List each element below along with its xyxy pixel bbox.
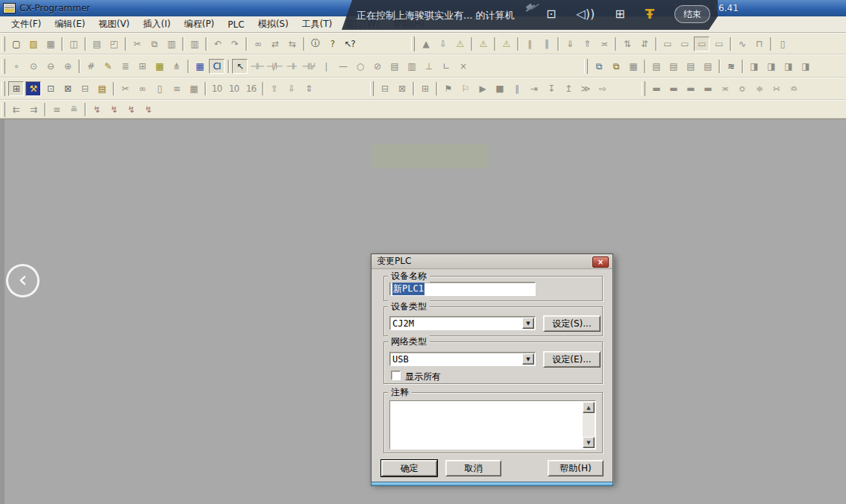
comment-scrollbar[interactable]: ▲ ▼ xyxy=(583,402,595,448)
scroll-up-icon[interactable]: ▲ xyxy=(583,402,595,413)
show-all-checkbox[interactable] xyxy=(391,371,401,380)
symbol-tree-button[interactable]: ⋔ xyxy=(169,59,184,74)
page-z-button[interactable]: ▤ xyxy=(648,59,664,74)
sheet-list-button[interactable]: ⧉ xyxy=(608,59,624,74)
step-run-button[interactable]: ⇥ xyxy=(526,81,542,96)
dialog-view-button[interactable]: ≡ xyxy=(169,81,184,96)
upload-from-plc-button[interactable]: ⇑ xyxy=(579,37,595,51)
new-coil-button[interactable]: ○ xyxy=(352,59,368,74)
new-closed-instruction-button[interactable]: ▥ xyxy=(404,59,419,74)
device-type-settings-button[interactable]: 设定(S)... xyxy=(543,315,601,332)
redo-button[interactable]: ↷ xyxy=(227,37,242,51)
toolbar-drag-handle[interactable] xyxy=(1,81,5,96)
toggle-project-workspace-button[interactable]: ⊞ xyxy=(8,81,24,96)
address-decrement-button[interactable]: ⇇ xyxy=(8,102,24,117)
program-mode-button[interactable]: ▭ xyxy=(659,37,675,51)
pause-monitor-button[interactable]: ∥ xyxy=(521,37,537,51)
network-type-settings-button[interactable]: 设定(E)... xyxy=(543,351,601,368)
new-function-block-button[interactable]: ⊥ xyxy=(421,59,436,74)
cross-reference-button[interactable]: ⊠ xyxy=(60,81,75,96)
select-mode-button[interactable]: ↖ xyxy=(232,59,248,74)
menu-program[interactable]: 编程(P) xyxy=(178,16,222,32)
clear-breakpoints-button[interactable]: ⚐ xyxy=(457,81,473,96)
print-preview-button[interactable]: ◰ xyxy=(106,37,122,51)
scan-run-button[interactable]: ⇨ xyxy=(595,81,610,96)
device-type-combo[interactable]: CJ2M ▼ xyxy=(389,316,536,330)
new-vertical-line-button[interactable]: ∣ xyxy=(318,59,333,74)
page-minus-button[interactable]: ▤ xyxy=(700,59,715,74)
toolbar-drag-handle[interactable] xyxy=(370,81,374,96)
monitor-mode-button[interactable]: ▭ xyxy=(694,37,709,51)
ok-button[interactable]: 确定 xyxy=(381,460,437,476)
force-set-view-button[interactable]: ⇧ xyxy=(266,81,282,96)
panel-view-4-button[interactable]: ◨ xyxy=(798,59,813,74)
delete-connector-button[interactable]: × xyxy=(455,59,471,74)
calendar-button[interactable]: ▦ xyxy=(625,59,641,74)
work-bit-5-button[interactable]: ≏ xyxy=(786,81,801,96)
rung-annotation-button[interactable]: ≣ xyxy=(117,59,133,74)
device-type-dropdown-icon[interactable]: ▼ xyxy=(522,318,534,329)
back-button[interactable]: ‹ xyxy=(6,264,40,297)
compare-with-plc-button[interactable]: ≍ xyxy=(596,37,612,51)
grid-toggle-button[interactable]: # xyxy=(83,59,98,74)
compile-button[interactable]: ◫ xyxy=(66,37,81,51)
device-name-input[interactable]: 新PLC1 xyxy=(389,282,536,296)
toolbar-drag-handle[interactable] xyxy=(411,37,415,51)
fullscreen-icon[interactable]: ⊡ xyxy=(546,8,556,20)
lock-button[interactable]: ▯ xyxy=(774,37,790,51)
key-icon[interactable]: Ŧ xyxy=(645,7,654,21)
network-type-combo[interactable]: USB ▼ xyxy=(389,352,536,366)
toolbar-drag-handle[interactable] xyxy=(1,102,5,117)
new-or-contact-button[interactable]: ⊣⊦ xyxy=(283,59,299,74)
dialog-close-button[interactable]: × xyxy=(592,256,609,268)
scroll-down-icon[interactable]: ▼ xyxy=(583,437,595,448)
simulator-stop-button[interactable]: ■ xyxy=(492,81,507,96)
work-online-simulator-button[interactable]: ⇩ xyxy=(435,37,451,51)
work-bit-1-button[interactable]: ≍ xyxy=(717,81,733,96)
run-mode-button[interactable]: ▭ xyxy=(711,37,727,51)
page-view-button[interactable]: ▯ xyxy=(151,81,167,96)
simulator-online-button[interactable]: ⊟ xyxy=(377,81,392,96)
simulator-window-button[interactable]: ⊠ xyxy=(394,81,410,96)
simulator-run-button[interactable]: ▶ xyxy=(474,81,490,96)
toggle-output-window-button[interactable]: ⚒ xyxy=(25,81,41,96)
memory-view-4-button[interactable]: ▬ xyxy=(700,81,715,96)
panel-view-2-button[interactable]: ◨ xyxy=(763,59,779,74)
cut-rung-button[interactable]: ✂ xyxy=(117,81,133,96)
device-warning-button[interactable]: ⚠ xyxy=(498,37,514,51)
watch-list-button[interactable]: ≋ xyxy=(723,59,739,74)
set-breakpoint-button[interactable]: ⚑ xyxy=(440,81,456,96)
help-button[interactable]: ? xyxy=(325,37,340,51)
address-increment-button[interactable]: ⇉ xyxy=(25,102,41,117)
step-in-button[interactable]: ↧ xyxy=(543,81,559,96)
menu-plc[interactable]: PLC xyxy=(221,18,251,31)
step-out-button[interactable]: ↥ xyxy=(560,81,576,96)
panel-view-1-button[interactable]: ◨ xyxy=(746,59,762,74)
simulator-network-button[interactable]: ⊞ xyxy=(417,81,433,96)
network-type-dropdown-icon[interactable]: ▼ xyxy=(522,353,534,365)
copy-button[interactable]: ⧉ xyxy=(146,37,162,51)
zoom-tool-button[interactable]: ∘ xyxy=(8,59,24,74)
new-horizontal-line-button[interactable]: — xyxy=(335,59,351,74)
cancel-button[interactable]: 取消 xyxy=(445,460,501,476)
table-view-button[interactable]: ▦ xyxy=(186,81,201,96)
menu-simulation[interactable]: 模拟(S) xyxy=(251,16,295,32)
properties-button[interactable]: ▤ xyxy=(94,81,110,96)
symbol-table-button[interactable]: ▦ xyxy=(192,59,207,74)
toolbar-drag-handle[interactable] xyxy=(1,37,5,51)
speaker-icon[interactable]: ◁)) xyxy=(577,8,595,20)
memory-view-2-button[interactable]: ▬ xyxy=(665,81,681,96)
zoom-out-button[interactable]: ⊖ xyxy=(43,59,58,74)
new-closed-coil-button[interactable]: ⊘ xyxy=(369,59,385,74)
simulator-pause-button[interactable]: ∥ xyxy=(509,81,524,96)
highlight-grid-button[interactable]: ▦ xyxy=(151,59,167,74)
monitor-in-rung-button[interactable]: ⊞ xyxy=(134,59,150,74)
rung-comment-button[interactable]: ✎ xyxy=(100,59,116,74)
pause-button[interactable]: ‖ xyxy=(539,37,554,51)
page-x-button[interactable]: ▤ xyxy=(665,59,681,74)
menu-view[interactable]: 视图(V) xyxy=(92,16,137,32)
differential-monitor-button[interactable]: ⇕ xyxy=(301,81,316,96)
menu-edit[interactable]: 编辑(E) xyxy=(48,16,92,32)
paste-special-button[interactable]: ▥ xyxy=(187,37,202,51)
force-cancel-button[interactable]: ↯ xyxy=(123,102,139,117)
